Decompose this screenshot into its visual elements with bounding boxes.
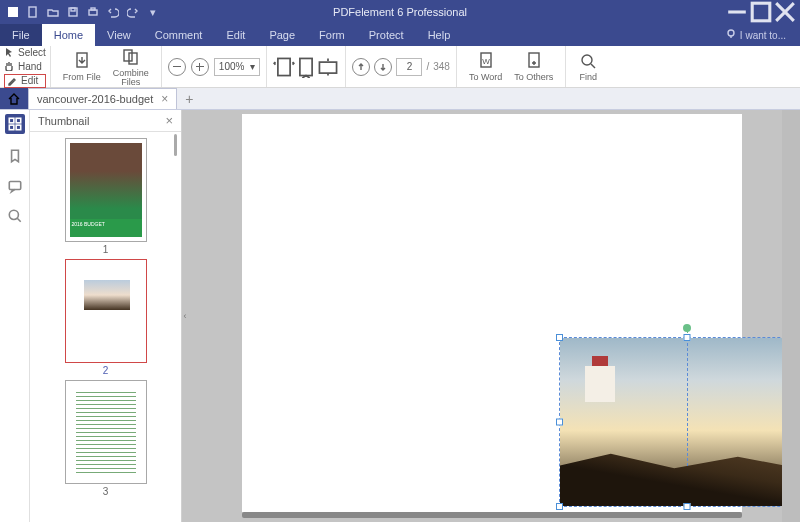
thumbnail-page-number: 1 xyxy=(103,244,109,255)
ribbon-fit-group xyxy=(267,46,346,87)
svg-point-21 xyxy=(582,55,592,65)
menu-bar: File Home View Comment Edit Page Form Pr… xyxy=(0,24,800,46)
bookmark-panel-button[interactable] xyxy=(7,148,23,164)
thumbnail-page[interactable]: 2016 BUDGET 1 xyxy=(65,138,147,255)
search-panel-button[interactable] xyxy=(7,208,23,224)
svg-rect-5 xyxy=(91,8,95,10)
ribbon-convert-group: W To Word To Others xyxy=(457,46,566,87)
svg-rect-0 xyxy=(8,7,18,17)
thumbnail-list: 2016 BUDGET 1 2 3 xyxy=(30,132,181,522)
qat-dropdown-icon[interactable]: ▾ xyxy=(146,5,160,19)
svg-rect-4 xyxy=(89,10,97,15)
svg-rect-1 xyxy=(29,7,36,17)
resize-handle-nw[interactable] xyxy=(556,334,563,341)
prev-page-button[interactable] xyxy=(352,58,370,76)
svg-text:W: W xyxy=(482,57,490,66)
close-panel-icon[interactable]: × xyxy=(165,113,173,128)
from-file-button[interactable]: From File xyxy=(57,46,107,87)
tab-home-button[interactable] xyxy=(0,88,28,109)
svg-rect-3 xyxy=(71,8,75,11)
thumbnail-scrollbar[interactable] xyxy=(174,134,177,156)
ribbon-page-nav-group: / 348 xyxy=(346,46,456,87)
thumbnail-page[interactable]: 2 xyxy=(65,259,147,376)
to-others-button[interactable]: To Others xyxy=(508,46,559,87)
thumbnail-page[interactable]: 3 xyxy=(65,380,147,497)
fit-width-button[interactable] xyxy=(295,56,317,78)
menu-protect[interactable]: Protect xyxy=(357,24,416,46)
menu-page[interactable]: Page xyxy=(257,24,307,46)
find-button[interactable]: Find xyxy=(572,46,604,87)
i-want-to-label: I want to... xyxy=(740,30,786,41)
combine-files-icon xyxy=(121,47,141,67)
menu-help[interactable]: Help xyxy=(416,24,463,46)
fit-height-button[interactable] xyxy=(317,56,339,78)
combine-files-button[interactable]: Combine Files xyxy=(107,46,155,87)
document-tab-bar: vancouver-2016-budget × + xyxy=(0,88,800,110)
svg-line-29 xyxy=(17,218,20,221)
side-toolbar xyxy=(0,110,30,522)
resize-handle-sw[interactable] xyxy=(556,503,563,510)
zoom-out-button[interactable] xyxy=(168,58,186,76)
print-icon[interactable] xyxy=(86,5,100,19)
minimize-button[interactable] xyxy=(726,3,748,21)
menu-file[interactable]: File xyxy=(0,24,42,46)
svg-rect-24 xyxy=(16,118,21,123)
zoom-select[interactable]: 100%▾ xyxy=(214,58,261,76)
resize-handle-n[interactable] xyxy=(684,334,691,341)
open-icon[interactable] xyxy=(46,5,60,19)
resize-handle-s[interactable] xyxy=(684,503,691,510)
document-tab[interactable]: vancouver-2016-budget × xyxy=(28,88,177,109)
svg-rect-16 xyxy=(300,58,312,75)
page-number-input[interactable] xyxy=(396,58,422,76)
thumbnail-panel-header: Thumbnail × xyxy=(30,110,181,132)
close-tab-icon[interactable]: × xyxy=(161,92,168,106)
redo-icon[interactable] xyxy=(126,5,140,19)
menu-comment[interactable]: Comment xyxy=(143,24,215,46)
to-others-icon xyxy=(524,51,544,71)
app-icon xyxy=(6,5,20,19)
resize-handle-w[interactable] xyxy=(556,419,563,426)
undo-icon[interactable] xyxy=(106,5,120,19)
page-separator: / xyxy=(426,61,429,72)
ribbon-zoom-group: 100%▾ xyxy=(162,46,268,87)
from-file-icon xyxy=(72,51,92,71)
vertical-scrollbar[interactable] xyxy=(782,110,800,522)
select-tool[interactable]: Select xyxy=(4,46,46,59)
collapse-panel-handle[interactable]: ‹ xyxy=(182,301,188,331)
maximize-button[interactable] xyxy=(750,3,772,21)
save-icon[interactable] xyxy=(66,5,80,19)
page-total: 348 xyxy=(433,61,450,72)
selected-image[interactable] xyxy=(560,338,800,506)
to-word-button[interactable]: W To Word xyxy=(463,46,508,87)
annotation-panel-button[interactable] xyxy=(7,178,23,194)
menu-form[interactable]: Form xyxy=(307,24,357,46)
chevron-down-icon: ▾ xyxy=(250,61,255,72)
add-tab-button[interactable]: + xyxy=(177,91,201,107)
close-button[interactable] xyxy=(774,3,796,21)
document-canvas[interactable]: ‹ xyxy=(182,110,800,522)
next-page-button[interactable] xyxy=(374,58,392,76)
thumbnail-panel-button[interactable] xyxy=(5,114,25,134)
svg-rect-27 xyxy=(9,181,20,189)
ribbon-create-group: From File Combine Files xyxy=(51,46,162,87)
svg-rect-26 xyxy=(16,125,21,130)
zoom-in-button[interactable] xyxy=(191,58,209,76)
ribbon-tools-group: Select Hand Edit xyxy=(0,46,51,87)
hand-tool[interactable]: Hand xyxy=(4,60,46,73)
thumbnail-panel-title: Thumbnail xyxy=(38,115,89,127)
menu-home[interactable]: Home xyxy=(42,24,95,46)
svg-rect-2 xyxy=(69,8,77,16)
horizontal-scrollbar[interactable] xyxy=(242,512,742,518)
svg-rect-17 xyxy=(320,62,337,73)
menu-edit[interactable]: Edit xyxy=(214,24,257,46)
thumbnail-page-number: 2 xyxy=(103,365,109,376)
svg-rect-13 xyxy=(124,50,132,61)
find-icon xyxy=(578,51,598,71)
edit-tool[interactable]: Edit xyxy=(4,74,46,88)
new-icon[interactable] xyxy=(26,5,40,19)
i-want-to[interactable]: I want to... xyxy=(726,29,786,41)
menu-view[interactable]: View xyxy=(95,24,143,46)
svg-rect-15 xyxy=(278,58,290,75)
workspace: Thumbnail × 2016 BUDGET 1 2 3 ‹ xyxy=(0,110,800,522)
fit-page-button[interactable] xyxy=(273,56,295,78)
